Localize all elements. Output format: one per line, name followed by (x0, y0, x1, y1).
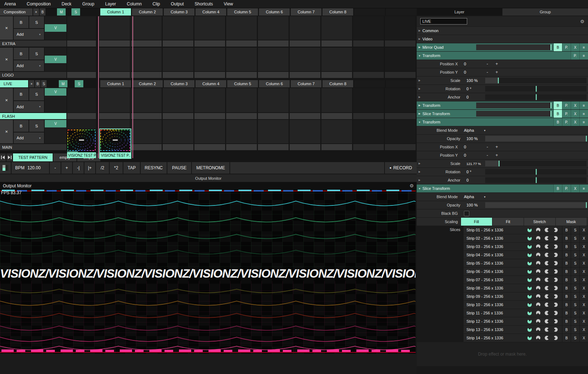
clip-cell[interactable] (290, 88, 320, 112)
slice-rotation-icon[interactable] (527, 228, 532, 232)
slice-rotation-icon[interactable] (536, 303, 540, 307)
slice-solo-button[interactable]: S (571, 243, 579, 251)
chevron-right-icon[interactable]: ▶ (417, 38, 422, 40)
slice-row[interactable]: Strip 11 - 256 x 1336BSX (464, 309, 588, 317)
layer-solo-button[interactable]: S (29, 48, 44, 60)
column-header[interactable]: Column 5 (227, 8, 258, 16)
slice-rotation-icon[interactable] (553, 303, 558, 307)
layer-bypass-button[interactable]: B (14, 88, 28, 100)
slice-remove-button[interactable]: X (579, 301, 588, 309)
params-button[interactable]: P. (571, 52, 579, 60)
tab-group[interactable]: Group (503, 8, 588, 16)
menu-composition[interactable]: Composition (27, 1, 51, 6)
chevron-right-icon[interactable]: ▶ (417, 112, 422, 115)
column-header[interactable]: Column 4 (196, 80, 226, 87)
slice-rotation-icon[interactable] (553, 228, 558, 232)
slice-rotation-icon[interactable] (553, 319, 558, 323)
slice-rotation-icon[interactable] (527, 253, 532, 257)
transport-metronome[interactable]: METRONOME (192, 162, 229, 174)
layer-bypass-button[interactable]: B (14, 16, 28, 28)
decrement-button[interactable]: - (483, 144, 492, 149)
remove-button[interactable]: X (571, 110, 579, 118)
section-header-slice-transform[interactable]: ▼Slice TransformBP.X≡ (417, 184, 588, 192)
slice-rotation-icon[interactable] (553, 278, 558, 282)
slice-rotation-icon[interactable] (527, 336, 532, 340)
chevron-right-icon[interactable]: ▶ (417, 29, 422, 32)
layer-name-selected[interactable]: FLASH (0, 113, 66, 119)
param-slider[interactable] (485, 78, 587, 83)
bypass-button[interactable]: B (553, 118, 562, 126)
slice-rotation-icon[interactable] (553, 244, 558, 249)
column-header[interactable]: Column 3 (164, 8, 194, 16)
slice-remove-button[interactable]: X (579, 292, 588, 300)
param-value[interactable]: 100 % (464, 78, 485, 83)
group-solo-button[interactable]: S (41, 80, 47, 87)
slice-rotation-icon[interactable] (545, 278, 549, 282)
clip-cell[interactable] (99, 16, 130, 40)
decrement-button[interactable]: - (483, 70, 492, 75)
increment-button[interactable]: + (492, 70, 501, 75)
slice-rotation-icon[interactable] (545, 319, 549, 323)
column-header[interactable]: Column 8 (322, 80, 353, 87)
chevron-right-icon[interactable]: ▶ (417, 46, 422, 49)
clip-cell[interactable] (258, 120, 289, 143)
clip-cell[interactable] (163, 120, 193, 143)
params-button[interactable]: P. (562, 43, 571, 51)
slice-solo-button[interactable]: S (571, 276, 579, 284)
layer-bypass-button[interactable]: B (14, 120, 28, 132)
layer-blend-dropdown[interactable]: Add▼ (14, 60, 44, 71)
layer-close-button[interactable]: × (0, 88, 13, 112)
slice-rotation-icon[interactable] (553, 327, 558, 332)
output-monitor-tab[interactable]: Output Monitor (0, 174, 417, 182)
param-slider[interactable] (485, 202, 587, 208)
menu-icon[interactable]: ≡ (579, 118, 588, 126)
params-button[interactable]: P. (562, 110, 571, 118)
slice-row[interactable]: Strip 08 - 256 x 1336BSX (464, 284, 588, 292)
clip-cell[interactable] (226, 88, 257, 112)
slice-solo-button[interactable]: S (571, 251, 579, 259)
slider-handle[interactable] (536, 86, 537, 92)
clip-cell[interactable] (290, 48, 320, 71)
composition-speed-button[interactable]: S (71, 8, 80, 16)
remove-button[interactable]: X (571, 43, 579, 51)
slice-rotation-icon[interactable] (527, 286, 532, 290)
video-toggle-button[interactable]: V (45, 56, 66, 63)
chevron-down-icon[interactable]: ▼ (417, 187, 422, 190)
effect-opacity-slider[interactable] (476, 103, 552, 108)
menu-shortcuts[interactable]: Shortcuts (195, 1, 213, 6)
slice-rotation-icon[interactable] (553, 311, 558, 315)
slice-bypass-button[interactable]: B (562, 309, 571, 317)
slice-solo-button[interactable]: S (571, 301, 579, 309)
slice-bypass-button[interactable]: B (562, 301, 571, 309)
clip-cell[interactable] (258, 16, 289, 40)
param-slider[interactable] (485, 161, 587, 166)
param-slider[interactable] (485, 169, 587, 175)
slider-handle[interactable] (498, 78, 499, 83)
slice-row[interactable]: Strip 06 - 256 x 1336BSX (464, 268, 588, 275)
params-button[interactable]: P. (562, 118, 571, 126)
column-header[interactable]: Column 2 (132, 80, 163, 87)
layer-preview-cell[interactable] (67, 88, 96, 112)
slice-rotation-icon[interactable] (536, 269, 540, 274)
slice-rotation-icon[interactable] (536, 261, 540, 265)
layer-close-button[interactable]: × (0, 120, 13, 143)
slice-bypass-button[interactable]: B (562, 326, 571, 334)
menu-icon[interactable]: ≡ (579, 43, 588, 51)
param-value[interactable]: 100 % (464, 136, 485, 141)
chevron-right-icon[interactable]: ▶ (417, 179, 422, 182)
slice-bypass-button[interactable]: B (562, 284, 571, 292)
slice-rotation-icon[interactable] (536, 319, 540, 323)
chevron-right-icon[interactable]: ▶ (417, 104, 422, 107)
chevron-down-icon[interactable]: ▼ (483, 196, 486, 198)
slider-handle[interactable] (550, 44, 552, 50)
slice-bypass-button[interactable]: B (562, 292, 571, 300)
clip-cell[interactable] (163, 48, 193, 71)
param-value[interactable]: 0 (461, 145, 483, 149)
slice-bypass-button[interactable]: B (562, 334, 571, 342)
slider-handle[interactable] (550, 103, 552, 108)
slice-rotation-icon[interactable] (545, 336, 549, 340)
select-value[interactable]: Alpha (461, 128, 474, 132)
effect-header-mirror-quad[interactable]: ▶Mirror QuadBP.X≡ (417, 43, 588, 51)
layer-name-input[interactable]: LIVE (420, 18, 467, 25)
chevron-down-icon[interactable]: ▼ (417, 55, 422, 57)
